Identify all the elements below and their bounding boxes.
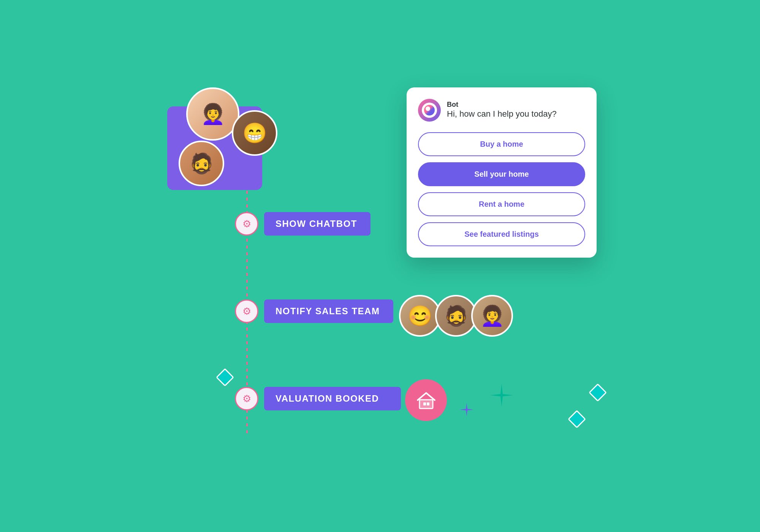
chat-button-sell[interactable]: Sell your home	[418, 162, 585, 186]
chatbot-window: Bot Hi, how can I help you today? Buy a …	[407, 87, 597, 258]
chatbot-header: Bot Hi, how can I help you today?	[418, 99, 585, 122]
action-label-notify: NOTIFY SALES TEAM	[264, 299, 393, 323]
sparkle-large-icon	[490, 384, 513, 412]
sparkle-small-icon	[460, 403, 473, 420]
gear-icon-notify: ⚙	[235, 299, 258, 323]
bot-avatar	[418, 99, 441, 122]
valuation-house-icon	[405, 379, 447, 421]
bot-greeting: Hi, how can I help you today?	[447, 109, 557, 120]
diamond-badge-3	[216, 368, 234, 386]
bot-name: Bot	[447, 101, 557, 109]
user-avatar-3: 🧔	[179, 141, 224, 186]
chatbot-intro: Bot Hi, how can I help you today?	[447, 101, 557, 120]
user-avatars-group: 👩‍🦱 😁 🧔	[171, 87, 277, 194]
svg-rect-2	[427, 402, 429, 405]
user-avatar-1: 👩‍🦱	[186, 87, 239, 141]
chat-button-listings[interactable]: See featured listings	[418, 222, 585, 246]
action-label-chatbot: SHOW CHATBOT	[264, 212, 370, 236]
gear-icon-chatbot: ⚙	[235, 212, 258, 236]
chat-button-buy[interactable]: Buy a home	[418, 132, 585, 156]
gear-icon-valuation: ⚙	[235, 387, 258, 410]
chat-button-rent[interactable]: Rent a home	[418, 192, 585, 216]
sales-avatar-1: 😊	[399, 295, 441, 337]
sales-avatar-2: 🧔	[435, 295, 477, 337]
user-avatar-2: 😁	[232, 110, 277, 156]
diamond-badge-2	[589, 383, 607, 402]
sales-avatar-3: 👩‍🦱	[471, 295, 513, 337]
diamond-badge-1	[568, 410, 586, 428]
svg-rect-1	[423, 402, 426, 405]
action-label-valuation: VALUATION BOOKED	[264, 387, 401, 410]
main-scene: 👩‍🦱 😁 🧔 ⚙ ⚙ ⚙ SHOW CHATBOT NOTIFY SALES …	[152, 57, 608, 475]
svg-rect-0	[420, 400, 433, 408]
sales-team-avatars: 😊 🧔 👩‍🦱	[399, 295, 513, 337]
